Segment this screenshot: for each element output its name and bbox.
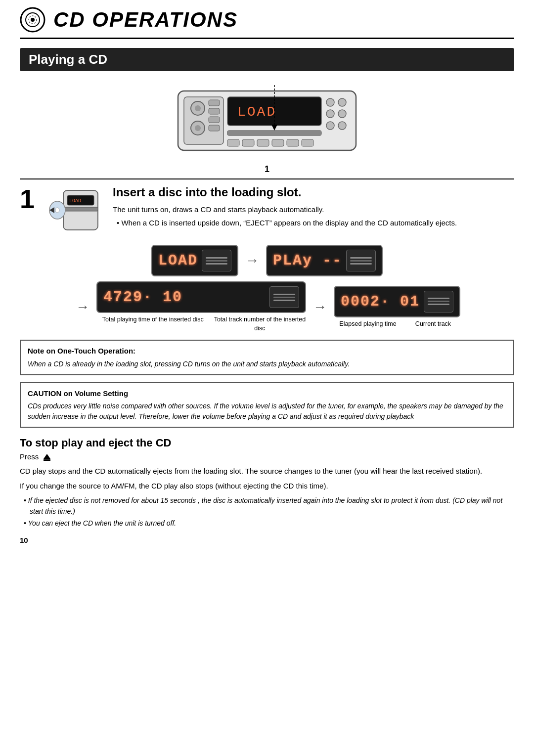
svg-rect-11 xyxy=(209,108,220,114)
note1-box: Note on One-Touch Operation: When a CD i… xyxy=(20,340,514,375)
elapsed-display-labels: Elapsed playing time Current track xyxy=(334,320,460,329)
svg-rect-26 xyxy=(242,139,254,146)
step1-instruction: Insert a disc into the loading slot. xyxy=(113,185,514,199)
note1-title: Note on One-Touch Operation: xyxy=(28,346,506,357)
svg-rect-32 xyxy=(63,207,98,211)
step1-bullet1: • When a CD is inserted upside down, “EJ… xyxy=(113,218,514,229)
svg-point-9 xyxy=(195,125,201,131)
stop-desc1: CD play stops and the CD automatically e… xyxy=(20,465,514,477)
label-total-time: Total playing time of the inserted disc xyxy=(96,315,210,333)
label-elapsed: Elapsed playing time xyxy=(334,320,402,329)
svg-rect-39 xyxy=(44,459,50,461)
stop-bullet1: • If the ejected disc is not removed for… xyxy=(20,495,514,517)
play-mini-device xyxy=(346,250,376,271)
note2-box: CAUTION on Volume Setting CDs produces v… xyxy=(20,382,514,428)
label-current-track: Current track xyxy=(406,320,460,329)
step1-desc1: The unit turns on, draws a CD and starts… xyxy=(113,204,514,216)
step1-row: 1 LOAD Insert a disc into the loading sl… xyxy=(20,185,514,235)
play-display-text: PLAy -- xyxy=(273,252,342,269)
stop-desc2: If you change the source to AM/FM, the C… xyxy=(20,480,514,492)
svg-rect-21 xyxy=(326,110,334,118)
press-label: Press xyxy=(20,452,39,461)
load-display-panel: LOAD xyxy=(151,245,238,276)
svg-point-2 xyxy=(31,18,35,22)
step1-number: 1 xyxy=(20,185,39,212)
svg-point-7 xyxy=(195,105,201,111)
elapsed-display-group: 0002· 01 Elapsed playing time Current tr… xyxy=(334,286,460,329)
page-number: 10 xyxy=(20,536,514,544)
device-image-container: LOAD xyxy=(20,81,514,160)
section-heading: Playing a CD xyxy=(20,48,514,71)
page-header: CD OPERATIONS xyxy=(20,0,514,39)
step1-content: Insert a disc into the loading slot. The… xyxy=(113,185,514,228)
load-mini-device xyxy=(202,250,231,271)
time-display-group: 4729· 10 Total playing time of the inser… xyxy=(96,281,306,333)
svg-text:LOAD: LOAD xyxy=(237,104,276,120)
svg-rect-20 xyxy=(338,98,346,106)
arrow2-icon: → xyxy=(76,299,89,315)
displays-row2: → 4729· 10 Total playing time of the ins… xyxy=(20,281,514,333)
note2-body: CDs produces very little noise compared … xyxy=(28,401,506,422)
time-display-text: 4729· 10 xyxy=(103,289,182,306)
note2-title: CAUTION on Volume Setting xyxy=(28,388,506,400)
svg-text:LOAD: LOAD xyxy=(69,198,81,204)
svg-rect-12 xyxy=(209,117,220,123)
eject-icon xyxy=(43,453,51,462)
elapsed-display-panel: 0002· 01 xyxy=(334,286,460,317)
note1-body: When a CD is already in the loading slot… xyxy=(28,359,506,369)
svg-rect-25 xyxy=(227,139,239,146)
label-total-tracks: Total track number of the inserted disc xyxy=(214,315,306,333)
svg-point-36 xyxy=(55,208,59,213)
cd-icon xyxy=(20,7,45,33)
play-display-group: PLAy -- xyxy=(266,245,383,276)
arrow3-icon: → xyxy=(313,299,327,315)
svg-rect-24 xyxy=(338,122,346,130)
stop-heading: To stop play and eject the CD xyxy=(20,437,514,449)
arrow1-icon: → xyxy=(245,253,259,268)
svg-marker-38 xyxy=(44,454,50,459)
svg-rect-30 xyxy=(302,139,313,146)
device-svg: LOAD xyxy=(163,81,371,160)
stop-bullet2: • You can eject the CD when the unit is … xyxy=(20,518,514,529)
device-label: 1 xyxy=(20,164,514,179)
svg-rect-10 xyxy=(209,100,220,106)
svg-rect-22 xyxy=(338,110,346,118)
svg-rect-19 xyxy=(326,98,334,106)
elapsed-mini-device xyxy=(424,291,453,312)
page-title: CD OPERATIONS xyxy=(53,8,238,32)
time-display-labels: Total playing time of the inserted disc … xyxy=(96,315,306,333)
play-display-panel: PLAy -- xyxy=(266,245,383,276)
elapsed-display-text: 0002· 01 xyxy=(341,293,420,310)
svg-rect-23 xyxy=(326,122,334,130)
displays-row: LOAD → PLAy -- xyxy=(20,245,514,276)
load-display-group: LOAD xyxy=(151,245,238,276)
load-display-text: LOAD xyxy=(158,252,198,269)
svg-rect-28 xyxy=(272,139,284,146)
svg-rect-16 xyxy=(227,131,321,135)
svg-rect-29 xyxy=(287,139,299,146)
press-line: Press xyxy=(20,452,514,462)
disc-illustration: LOAD xyxy=(48,185,103,235)
svg-rect-27 xyxy=(257,139,269,146)
svg-rect-13 xyxy=(209,125,220,131)
time-mini-device xyxy=(269,286,299,308)
time-display-panel: 4729· 10 xyxy=(96,281,306,313)
